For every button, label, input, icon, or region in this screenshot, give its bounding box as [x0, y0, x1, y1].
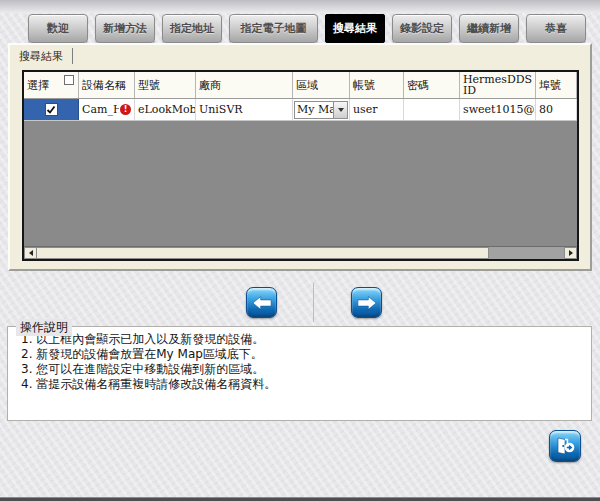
instructions-title: 操作說明	[16, 319, 72, 336]
tab-add-method[interactable]: 新增方法	[95, 14, 155, 43]
tab-search-results[interactable]: 搜尋結果	[325, 14, 385, 43]
region-combobox-value: My Map	[295, 103, 333, 116]
col-header-account[interactable]: 帳號	[350, 72, 404, 98]
cell-model: eLookMobil...	[135, 99, 196, 120]
tab-continue-adding[interactable]: 繼續新增	[459, 14, 519, 43]
instructions-groupbox: 操作說明 1. 以上框內會顯示已加入以及新發現的設備。 2. 新發現的設備會放置…	[7, 319, 592, 421]
cell-hermesdds-id: sweet1015@live...	[460, 99, 536, 120]
tab-recording-settings[interactable]: 錄影設定	[392, 14, 452, 43]
arrow-left-icon	[252, 295, 272, 311]
col-header-model[interactable]: 型號	[135, 72, 196, 98]
instruction-line: 2. 新發現的設備會放置在My Map區域底下。	[21, 347, 582, 362]
device-row[interactable]: Cam_HTC S ! eLookMobil... UniSVR My Map …	[24, 99, 577, 121]
window-top-strip	[0, 0, 600, 13]
horizontal-scrollbar	[24, 246, 577, 259]
tab-specify-address[interactable]: 指定地址	[162, 14, 222, 43]
col-header-port[interactable]: 埠號	[536, 72, 577, 98]
col-header-region[interactable]: 區域	[293, 72, 350, 98]
cell-account: user	[350, 99, 404, 120]
device-name-text: Cam_HTC S	[82, 103, 119, 116]
exit-door-icon	[554, 435, 576, 457]
tab-congratulations[interactable]: 恭喜	[526, 14, 586, 43]
instruction-line: 1. 以上框內會顯示已加入以及新發現的設備。	[21, 332, 582, 347]
device-grid: 選擇 設備名稱 型號 廠商 區域 帳號 密碼 HermesDDS ID 埠號 C…	[22, 70, 579, 261]
back-button[interactable]	[246, 287, 277, 318]
check-icon	[46, 105, 56, 115]
region-dropdown-button[interactable]	[333, 102, 347, 118]
next-button[interactable]	[351, 287, 382, 318]
chevron-down-icon	[338, 108, 344, 112]
scrollbar-track[interactable]	[489, 247, 564, 259]
search-results-panel: 搜尋結果 選擇 設備名稱 型號 廠商 區域 帳號 密碼 HermesDDS ID…	[8, 43, 592, 271]
col-header-select[interactable]: 選擇	[24, 72, 79, 98]
triangle-right-icon	[569, 250, 573, 256]
instruction-line: 3. 您可以在進階設定中移動設備到新的區域。	[21, 362, 582, 377]
duplicate-warning-icon: !	[120, 104, 131, 115]
region-combobox[interactable]: My Map	[294, 101, 348, 119]
instructions-lines: 1. 以上框內會顯示已加入以及新發現的設備。 2. 新發現的設備會放置在My M…	[21, 332, 582, 392]
scroll-right-button[interactable]	[564, 247, 577, 259]
grid-header-row: 選擇 設備名稱 型號 廠商 區域 帳號 密碼 HermesDDS ID 埠號	[24, 72, 577, 99]
cell-region: My Map	[293, 99, 350, 120]
col-header-hermesdds-id[interactable]: HermesDDS ID	[460, 72, 536, 98]
row-checkbox-checked[interactable]	[45, 103, 58, 116]
arrow-right-icon	[357, 295, 377, 311]
nav-divider	[313, 283, 314, 322]
cell-vendor: UniSVR	[196, 99, 293, 120]
grid-empty-area	[24, 121, 577, 246]
scrollbar-thumb[interactable]	[37, 247, 489, 259]
row-select-cell	[24, 99, 79, 120]
exit-button[interactable]	[549, 430, 581, 462]
tab-welcome[interactable]: 歡迎	[28, 14, 88, 43]
cell-device-name: Cam_HTC S !	[79, 99, 135, 120]
col-header-password[interactable]: 密碼	[404, 72, 460, 98]
window-bottom-strip	[0, 497, 600, 501]
subtab-search-results[interactable]: 搜尋結果	[14, 48, 73, 64]
col-header-select-label: 選擇	[27, 80, 49, 91]
cell-port: 80	[536, 99, 577, 120]
wizard-tabbar: 歡迎 新增方法 指定地址 指定電子地圖 搜尋結果 錄影設定 繼續新增 恭喜	[28, 14, 586, 43]
col-header-device-name[interactable]: 設備名稱	[79, 72, 135, 98]
select-all-checkbox[interactable]	[64, 75, 74, 85]
col-header-vendor[interactable]: 廠商	[196, 72, 293, 98]
cell-password	[404, 99, 460, 120]
triangle-left-icon	[29, 250, 33, 256]
tab-specify-emap[interactable]: 指定電子地圖	[229, 14, 318, 43]
scroll-left-button[interactable]	[24, 247, 37, 259]
instruction-line: 4. 當提示設備名稱重複時請修改設備名稱資料。	[21, 377, 582, 392]
